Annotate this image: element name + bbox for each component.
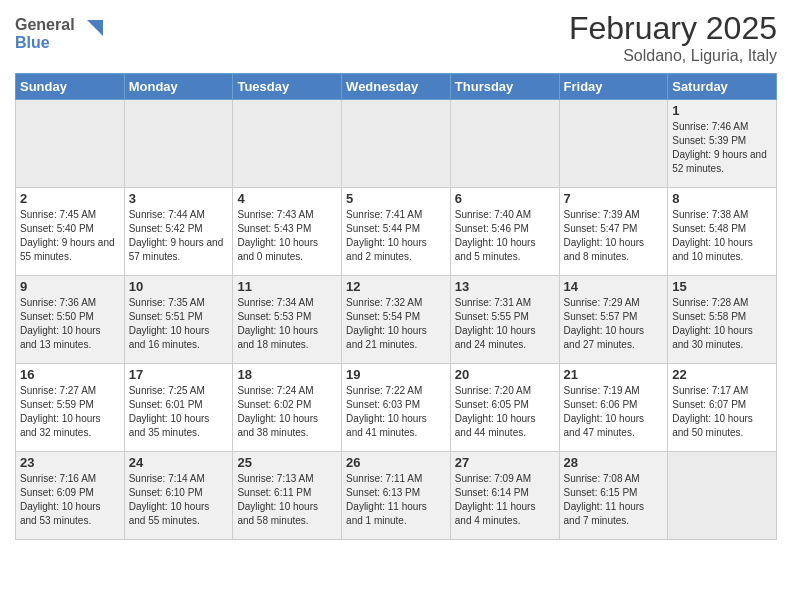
page-subtitle: Soldano, Liguria, Italy — [569, 47, 777, 65]
calendar-cell: 26Sunrise: 7:11 AM Sunset: 6:13 PM Dayli… — [342, 452, 451, 540]
calendar-cell — [233, 100, 342, 188]
day-number: 4 — [237, 191, 337, 206]
day-number: 26 — [346, 455, 446, 470]
col-thursday: Thursday — [450, 74, 559, 100]
calendar-week-row: 2Sunrise: 7:45 AM Sunset: 5:40 PM Daylig… — [16, 188, 777, 276]
calendar-cell: 1Sunrise: 7:46 AM Sunset: 5:39 PM Daylig… — [668, 100, 777, 188]
calendar-cell: 6Sunrise: 7:40 AM Sunset: 5:46 PM Daylig… — [450, 188, 559, 276]
day-number: 20 — [455, 367, 555, 382]
day-info: Sunrise: 7:45 AM Sunset: 5:40 PM Dayligh… — [20, 208, 120, 264]
header: General Blue February 2025 Soldano, Ligu… — [15, 10, 777, 65]
day-number: 12 — [346, 279, 446, 294]
day-info: Sunrise: 7:31 AM Sunset: 5:55 PM Dayligh… — [455, 296, 555, 352]
calendar-cell: 25Sunrise: 7:13 AM Sunset: 6:11 PM Dayli… — [233, 452, 342, 540]
calendar-cell: 21Sunrise: 7:19 AM Sunset: 6:06 PM Dayli… — [559, 364, 668, 452]
col-saturday: Saturday — [668, 74, 777, 100]
day-number: 24 — [129, 455, 229, 470]
calendar-cell — [16, 100, 125, 188]
day-number: 10 — [129, 279, 229, 294]
calendar-cell: 27Sunrise: 7:09 AM Sunset: 6:14 PM Dayli… — [450, 452, 559, 540]
calendar-header-row: Sunday Monday Tuesday Wednesday Thursday… — [16, 74, 777, 100]
day-number: 19 — [346, 367, 446, 382]
day-info: Sunrise: 7:29 AM Sunset: 5:57 PM Dayligh… — [564, 296, 664, 352]
day-info: Sunrise: 7:13 AM Sunset: 6:11 PM Dayligh… — [237, 472, 337, 528]
day-number: 6 — [455, 191, 555, 206]
main-container: General Blue February 2025 Soldano, Ligu… — [0, 0, 792, 550]
day-number: 14 — [564, 279, 664, 294]
day-info: Sunrise: 7:44 AM Sunset: 5:42 PM Dayligh… — [129, 208, 229, 264]
col-friday: Friday — [559, 74, 668, 100]
day-number: 13 — [455, 279, 555, 294]
calendar-cell: 4Sunrise: 7:43 AM Sunset: 5:43 PM Daylig… — [233, 188, 342, 276]
day-number: 28 — [564, 455, 664, 470]
day-number: 11 — [237, 279, 337, 294]
day-number: 2 — [20, 191, 120, 206]
calendar-cell — [450, 100, 559, 188]
day-info: Sunrise: 7:41 AM Sunset: 5:44 PM Dayligh… — [346, 208, 446, 264]
calendar-cell — [342, 100, 451, 188]
day-info: Sunrise: 7:19 AM Sunset: 6:06 PM Dayligh… — [564, 384, 664, 440]
calendar-table: Sunday Monday Tuesday Wednesday Thursday… — [15, 73, 777, 540]
col-tuesday: Tuesday — [233, 74, 342, 100]
calendar-cell: 11Sunrise: 7:34 AM Sunset: 5:53 PM Dayli… — [233, 276, 342, 364]
day-info: Sunrise: 7:39 AM Sunset: 5:47 PM Dayligh… — [564, 208, 664, 264]
col-sunday: Sunday — [16, 74, 125, 100]
day-info: Sunrise: 7:20 AM Sunset: 6:05 PM Dayligh… — [455, 384, 555, 440]
col-monday: Monday — [124, 74, 233, 100]
day-number: 16 — [20, 367, 120, 382]
day-number: 18 — [237, 367, 337, 382]
day-number: 1 — [672, 103, 772, 118]
calendar-week-row: 16Sunrise: 7:27 AM Sunset: 5:59 PM Dayli… — [16, 364, 777, 452]
svg-text:Blue: Blue — [15, 34, 50, 51]
day-info: Sunrise: 7:24 AM Sunset: 6:02 PM Dayligh… — [237, 384, 337, 440]
day-info: Sunrise: 7:08 AM Sunset: 6:15 PM Dayligh… — [564, 472, 664, 528]
day-info: Sunrise: 7:09 AM Sunset: 6:14 PM Dayligh… — [455, 472, 555, 528]
calendar-cell: 16Sunrise: 7:27 AM Sunset: 5:59 PM Dayli… — [16, 364, 125, 452]
day-info: Sunrise: 7:36 AM Sunset: 5:50 PM Dayligh… — [20, 296, 120, 352]
calendar-cell — [559, 100, 668, 188]
day-info: Sunrise: 7:32 AM Sunset: 5:54 PM Dayligh… — [346, 296, 446, 352]
day-number: 8 — [672, 191, 772, 206]
title-block: February 2025 Soldano, Liguria, Italy — [569, 10, 777, 65]
calendar-cell: 14Sunrise: 7:29 AM Sunset: 5:57 PM Dayli… — [559, 276, 668, 364]
day-info: Sunrise: 7:38 AM Sunset: 5:48 PM Dayligh… — [672, 208, 772, 264]
day-info: Sunrise: 7:35 AM Sunset: 5:51 PM Dayligh… — [129, 296, 229, 352]
calendar-cell: 3Sunrise: 7:44 AM Sunset: 5:42 PM Daylig… — [124, 188, 233, 276]
day-number: 23 — [20, 455, 120, 470]
day-info: Sunrise: 7:14 AM Sunset: 6:10 PM Dayligh… — [129, 472, 229, 528]
day-info: Sunrise: 7:34 AM Sunset: 5:53 PM Dayligh… — [237, 296, 337, 352]
day-info: Sunrise: 7:11 AM Sunset: 6:13 PM Dayligh… — [346, 472, 446, 528]
svg-text:General: General — [15, 16, 75, 33]
day-number: 15 — [672, 279, 772, 294]
day-info: Sunrise: 7:25 AM Sunset: 6:01 PM Dayligh… — [129, 384, 229, 440]
day-number: 25 — [237, 455, 337, 470]
day-info: Sunrise: 7:46 AM Sunset: 5:39 PM Dayligh… — [672, 120, 772, 176]
day-number: 5 — [346, 191, 446, 206]
day-number: 21 — [564, 367, 664, 382]
day-info: Sunrise: 7:28 AM Sunset: 5:58 PM Dayligh… — [672, 296, 772, 352]
svg-marker-2 — [87, 20, 103, 36]
day-info: Sunrise: 7:17 AM Sunset: 6:07 PM Dayligh… — [672, 384, 772, 440]
logo-content: General Blue — [15, 10, 105, 58]
calendar-cell: 19Sunrise: 7:22 AM Sunset: 6:03 PM Dayli… — [342, 364, 451, 452]
day-number: 3 — [129, 191, 229, 206]
page-title: February 2025 — [569, 10, 777, 47]
day-number: 17 — [129, 367, 229, 382]
day-info: Sunrise: 7:40 AM Sunset: 5:46 PM Dayligh… — [455, 208, 555, 264]
calendar-cell: 5Sunrise: 7:41 AM Sunset: 5:44 PM Daylig… — [342, 188, 451, 276]
calendar-cell: 28Sunrise: 7:08 AM Sunset: 6:15 PM Dayli… — [559, 452, 668, 540]
day-info: Sunrise: 7:22 AM Sunset: 6:03 PM Dayligh… — [346, 384, 446, 440]
calendar-cell: 12Sunrise: 7:32 AM Sunset: 5:54 PM Dayli… — [342, 276, 451, 364]
calendar-week-row: 1Sunrise: 7:46 AM Sunset: 5:39 PM Daylig… — [16, 100, 777, 188]
calendar-cell: 10Sunrise: 7:35 AM Sunset: 5:51 PM Dayli… — [124, 276, 233, 364]
calendar-cell: 8Sunrise: 7:38 AM Sunset: 5:48 PM Daylig… — [668, 188, 777, 276]
day-info: Sunrise: 7:27 AM Sunset: 5:59 PM Dayligh… — [20, 384, 120, 440]
calendar-cell: 7Sunrise: 7:39 AM Sunset: 5:47 PM Daylig… — [559, 188, 668, 276]
calendar-cell: 15Sunrise: 7:28 AM Sunset: 5:58 PM Dayli… — [668, 276, 777, 364]
calendar-cell: 13Sunrise: 7:31 AM Sunset: 5:55 PM Dayli… — [450, 276, 559, 364]
calendar-cell: 2Sunrise: 7:45 AM Sunset: 5:40 PM Daylig… — [16, 188, 125, 276]
day-number: 22 — [672, 367, 772, 382]
calendar-cell: 9Sunrise: 7:36 AM Sunset: 5:50 PM Daylig… — [16, 276, 125, 364]
calendar-week-row: 23Sunrise: 7:16 AM Sunset: 6:09 PM Dayli… — [16, 452, 777, 540]
calendar-cell — [124, 100, 233, 188]
